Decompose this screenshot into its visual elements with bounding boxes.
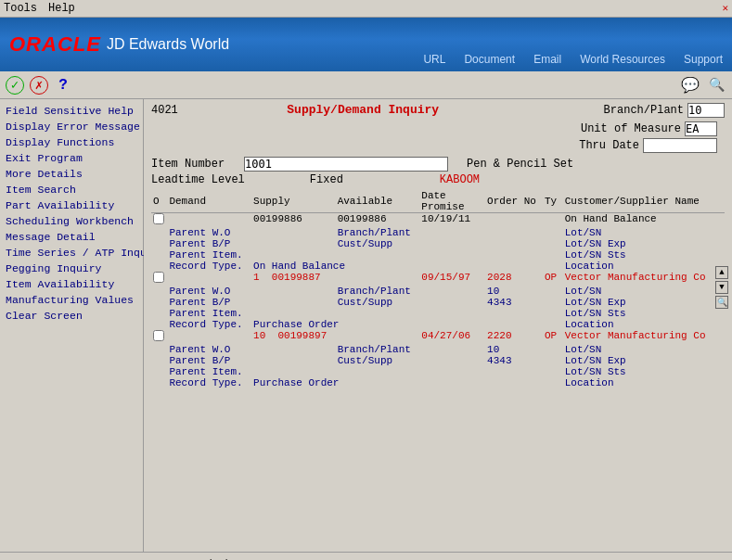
row3-demand xyxy=(167,330,251,344)
row2-checkbox[interactable] xyxy=(153,272,164,283)
leadtime-label: Leadtime Level xyxy=(151,173,245,186)
table-row-info2a: Parent W.O Branch/Plant 10 Lot/SN xyxy=(151,286,725,297)
sidebar-item-part-availability[interactable]: Part Availability xyxy=(0,197,143,213)
table-row-info3b: Parent B/P Cust/Supp 4343 Lot/SN Exp xyxy=(151,355,725,366)
chat-icon[interactable]: 💬 xyxy=(680,75,700,95)
item-number-label: Item Number xyxy=(151,158,244,171)
row3-order-no: 2220 xyxy=(485,330,543,344)
oracle-logo: ORACLE xyxy=(9,32,101,57)
nav-world-resources[interactable]: World Resources xyxy=(580,53,665,66)
r2-record-type-value: Purchase Order xyxy=(251,319,419,330)
content-area: 4021 Supply/Demand Inquiry Branch/Plant … xyxy=(144,99,732,552)
uom-input[interactable] xyxy=(685,121,717,136)
table-row-info3c: Parent Item. Lot/SN Sts xyxy=(151,366,725,377)
r1-branch-plant-label: Branch/Plant xyxy=(336,227,420,238)
sidebar-item-clear-screen[interactable]: Clear Screen xyxy=(0,308,143,324)
row2-supply: 1 00199887 xyxy=(251,272,336,286)
r3-cust-supp-value: 4343 xyxy=(485,355,543,366)
r1-parent-bp-label: Parent B/P xyxy=(167,238,251,249)
status-bar: Opt: 1=WO 3=SO 4=PO 7=Rate F10=Sched F14… xyxy=(0,552,732,560)
help-button[interactable]: ? xyxy=(54,76,72,95)
jde-title: JD Edwards World xyxy=(107,36,229,53)
r2-location-label: Location xyxy=(563,319,725,330)
r1-lot-sn-label: Lot/SN xyxy=(563,227,725,238)
r1-parent-item-label: Parent Item. xyxy=(167,249,251,261)
r3-lot-sn-value: 10 xyxy=(485,344,543,355)
sidebar-item-display-functions[interactable]: Display Functions xyxy=(0,134,143,150)
r2-parent-wo-label: Parent W.O xyxy=(167,286,251,297)
r3-cust-supp-label: Cust/Supp xyxy=(336,355,420,366)
form-title: Supply/Demand Inquiry xyxy=(197,103,530,117)
menu-help[interactable]: Help xyxy=(48,2,75,15)
item-number-input[interactable] xyxy=(244,157,448,172)
r1-record-type-label: Record Type. xyxy=(167,261,251,272)
sidebar-item-field-sensitive-help[interactable]: Field Sensitive Help xyxy=(0,103,143,119)
sidebar-item-manufacturing-values[interactable]: Manufacturing Values xyxy=(0,292,143,308)
thru-date-label: Thru Date xyxy=(579,139,639,152)
toolbar: ✓ ✗ ? 💬 🔍 xyxy=(0,71,732,99)
row2-available xyxy=(336,272,420,286)
nav-url[interactable]: URL xyxy=(423,53,445,66)
menu-tools[interactable]: Tools xyxy=(4,2,37,15)
r2-lot-sn-value: 10 xyxy=(485,286,543,297)
row1-checkbox[interactable] xyxy=(153,213,164,224)
table-row: 00199886 00199886 10/19/11 On Hand Balan… xyxy=(151,213,725,228)
r1-lot-sn-sts-label: Lot/SN Sts xyxy=(563,249,725,261)
r3-location-label: Location xyxy=(563,377,725,388)
sidebar-item-exit-program[interactable]: Exit Program xyxy=(0,150,143,166)
scroll-down-button[interactable]: ▼ xyxy=(715,281,728,294)
sidebar-item-item-availability[interactable]: Item Availability xyxy=(0,276,143,292)
table-row-2: 1 00199887 09/15/97 2028 OP Vector Manuf… xyxy=(151,272,725,286)
row3-customer: Vector Manufacturing Co xyxy=(563,330,725,344)
r3-record-type-label: Record Type. xyxy=(167,377,251,388)
row1-date: 10/19/11 xyxy=(419,213,485,228)
row3-available xyxy=(336,330,420,344)
row3-checkbox[interactable] xyxy=(153,330,164,341)
header-promise: Promise xyxy=(421,201,464,212)
branch-plant-input[interactable] xyxy=(687,103,725,118)
row1-available: 00199886 xyxy=(336,213,420,228)
zoom-button[interactable]: 🔍 xyxy=(715,296,728,309)
header-supply: Supply xyxy=(251,190,336,213)
thru-date-input[interactable] xyxy=(643,138,717,153)
r3-parent-item-label: Parent Item. xyxy=(167,366,251,377)
table-row-3: 10 00199897 04/27/06 2220 OP Vector Manu… xyxy=(151,330,725,344)
r2-parent-bp-label: Parent B/P xyxy=(167,297,251,308)
r1-parent-wo-label: Parent W.O xyxy=(167,227,251,238)
r2-cust-supp-value: 4343 xyxy=(485,297,543,308)
sidebar-item-time-series[interactable]: Time Series / ATP Inqui xyxy=(0,245,143,261)
sidebar-item-display-error-message[interactable]: Display Error Message xyxy=(0,119,143,134)
r3-record-type-value: Purchase Order xyxy=(251,377,419,388)
sidebar-item-scheduling-workbench[interactable]: Scheduling Workbench xyxy=(0,213,143,229)
kaboom-value: KABOOM xyxy=(440,173,480,186)
pen-pencil-label: Pen & Pencil Set xyxy=(467,158,573,171)
close-button[interactable]: ✕ xyxy=(722,2,728,15)
nav-document[interactable]: Document xyxy=(464,53,515,66)
table-row-info3d: Record Type. Purchase Order Location xyxy=(151,377,725,388)
table-row-info1a: Parent W.O Branch/Plant Lot/SN xyxy=(151,227,725,238)
scroll-up-button[interactable]: ▲ xyxy=(715,266,728,279)
r2-record-type-label: Record Type. xyxy=(167,319,251,330)
sidebar-item-message-detail[interactable]: Message Detail xyxy=(0,229,143,245)
inquiry-table: O Demand Supply Available Date Promise O… xyxy=(151,190,725,388)
r3-lot-sn-label: Lot/SN xyxy=(563,344,725,355)
sidebar-item-pegging-inquiry[interactable]: Pegging Inquiry xyxy=(0,261,143,276)
header-customer-supplier: Customer/Supplier Name xyxy=(563,190,725,213)
r2-lot-sn-exp-label: Lot/SN Exp xyxy=(563,297,725,308)
row3-date: 04/27/06 xyxy=(419,330,485,344)
sidebar-item-more-details[interactable]: More Details xyxy=(0,166,143,182)
confirm-button[interactable]: ✓ xyxy=(6,76,24,95)
search-icon[interactable]: 🔍 xyxy=(706,75,726,95)
r1-lot-sn-exp-label: Lot/SN Exp xyxy=(563,238,725,249)
leadtime-value: Fixed xyxy=(310,173,421,186)
cancel-button[interactable]: ✗ xyxy=(30,76,48,95)
sidebar-item-item-search[interactable]: Item Search xyxy=(0,182,143,197)
header-ty: Ty xyxy=(543,190,563,213)
nav-support[interactable]: Support xyxy=(684,53,723,66)
nav-email[interactable]: Email xyxy=(533,53,561,66)
form-number: 4021 xyxy=(151,104,178,117)
header-o: O xyxy=(151,190,167,213)
uom-label: Unit of Measure xyxy=(581,122,681,135)
main-layout: Field Sensitive Help Display Error Messa… xyxy=(0,99,732,552)
r2-lot-sn-sts-label: Lot/SN Sts xyxy=(563,308,725,319)
